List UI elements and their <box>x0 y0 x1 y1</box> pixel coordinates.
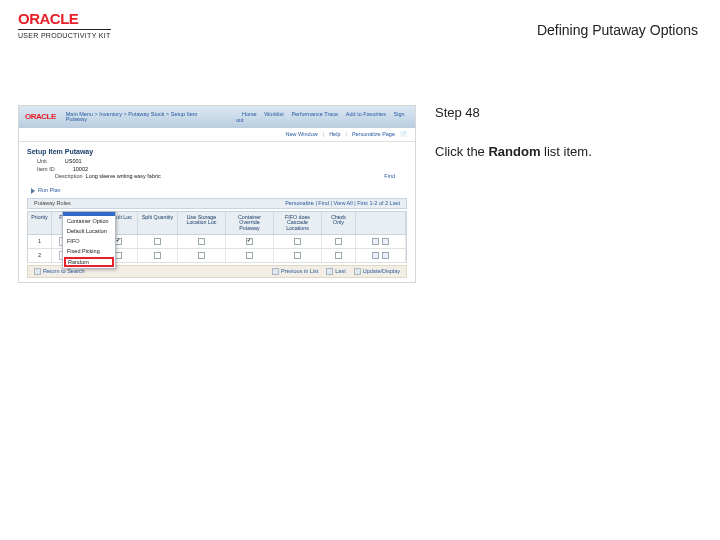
http-icon: 📄 <box>400 132 407 138</box>
use-storage-checkbox[interactable] <box>198 238 205 245</box>
oracle-wordmark: ORACLE <box>18 10 111 27</box>
nav-home[interactable]: Home <box>242 111 257 117</box>
link-personalize[interactable]: Personalize Page <box>352 132 395 138</box>
grid-title: Putaway Rules <box>34 201 71 207</box>
col-use-storage: Use Storage Location Loc <box>178 212 226 234</box>
app-brand: ORACLE <box>25 113 56 121</box>
step-instruction: Click the Random list item. <box>435 144 695 159</box>
item-label: Item ID <box>37 167 55 173</box>
breadcrumb: Main Menu > Inventory > Putaway Stock > … <box>66 112 216 123</box>
dropdown-option-default-loc[interactable]: Default Location <box>63 226 115 236</box>
dropdown-option-fifo[interactable]: FIFO <box>63 236 115 246</box>
dropdown-option-fixed-picking[interactable]: Fixed Picking <box>63 246 115 256</box>
container-override-checkbox[interactable] <box>246 238 253 245</box>
nav-perftrace[interactable]: Performance Trace <box>291 111 338 117</box>
page-toolbar: New Window| Help| Personalize Page 📄 <box>19 128 415 142</box>
split-qty-checkbox[interactable] <box>154 252 161 259</box>
item-value: 10002 <box>73 167 88 173</box>
upk-logo: ORACLE USER PRODUCTIVITY KIT <box>18 10 111 39</box>
col-split-qty: Split Quantity <box>138 212 178 234</box>
last-button[interactable]: Last <box>326 268 345 275</box>
priority-value: 2 <box>35 253 45 259</box>
nav-favorites[interactable]: Add to Favorites <box>346 111 386 117</box>
desc-label: Description <box>55 173 83 179</box>
nav-worklist[interactable]: Worklist <box>264 111 283 117</box>
lesson-title: Defining Putaway Options <box>537 22 698 38</box>
run-plan-section[interactable]: Run Plan <box>31 188 407 194</box>
putaway-rule-dropdown[interactable]: Container Option Default Location FIFO F… <box>62 211 116 269</box>
delete-row-button[interactable] <box>382 252 389 259</box>
step-text-prefix: Click the <box>435 144 488 159</box>
unit-value: US001 <box>65 159 82 165</box>
use-storage-checkbox[interactable] <box>198 252 205 259</box>
app-global-header: ORACLE Main Menu > Inventory > Putaway S… <box>19 106 415 128</box>
col-container-override: Container Override Putaway <box>226 212 274 234</box>
fifo-cascade-checkbox[interactable] <box>294 238 301 245</box>
grid-header-bar: Putaway Rules Personalize | Find | View … <box>27 198 407 210</box>
dropdown-option-container[interactable]: Container Option <box>63 216 115 226</box>
link-help[interactable]: Help <box>329 132 340 138</box>
find-link[interactable]: Find <box>384 174 395 180</box>
fifo-cascade-checkbox[interactable] <box>294 252 301 259</box>
split-qty-checkbox[interactable] <box>154 238 161 245</box>
default-loc-checkbox[interactable] <box>115 238 122 245</box>
step-text-bold: Random <box>488 144 540 159</box>
unit-label: Unit <box>37 159 47 165</box>
col-check-only: Check Only <box>322 212 356 234</box>
desc-value: Long sleeve writing easy fabric <box>86 173 161 179</box>
update-display-button[interactable]: Update/Display <box>354 268 400 275</box>
grid-nav[interactable]: Personalize | Find | View All | First 1-… <box>285 201 400 207</box>
dropdown-option-random[interactable]: Random <box>64 257 114 267</box>
check-only-checkbox[interactable] <box>335 252 342 259</box>
delete-row-button[interactable] <box>382 238 389 245</box>
add-row-button[interactable] <box>372 238 379 245</box>
global-nav: Home Worklist Performance Trace Add to F… <box>236 111 409 124</box>
add-row-button[interactable] <box>372 252 379 259</box>
upk-wordmark: USER PRODUCTIVITY KIT <box>18 29 111 39</box>
step-text-suffix: list item. <box>540 144 591 159</box>
step-number: Step 48 <box>435 105 695 120</box>
priority-value: 1 <box>35 239 45 245</box>
expand-icon <box>31 188 35 194</box>
default-loc-checkbox[interactable] <box>115 252 122 259</box>
check-only-checkbox[interactable] <box>335 238 342 245</box>
page-title: Setup Item Putaway <box>27 148 407 155</box>
previous-in-list-button[interactable]: Previous in List <box>272 268 318 275</box>
instruction-panel: Step 48 Click the Random list item. <box>435 105 695 159</box>
container-override-checkbox[interactable] <box>246 252 253 259</box>
col-priority: Priority <box>28 212 52 234</box>
col-fifo-cascade: FIFO does Cascade Locations <box>274 212 322 234</box>
link-new-window[interactable]: New Window <box>286 132 318 138</box>
